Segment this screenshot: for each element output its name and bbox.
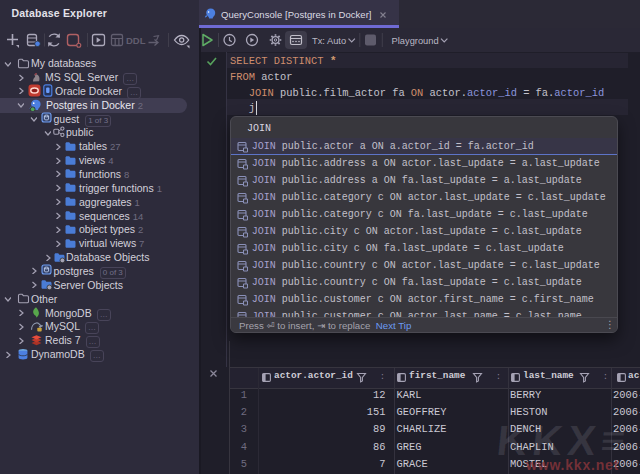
svg-text:Playground: Playground [392,36,439,46]
svg-text:Tx: Auto: Tx: Auto [312,36,346,46]
